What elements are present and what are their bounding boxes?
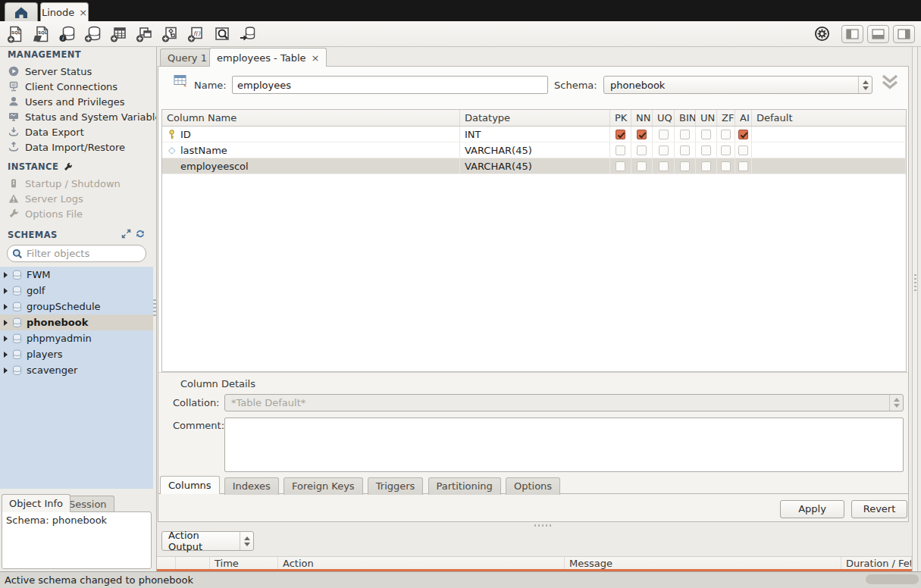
expander-icon[interactable] xyxy=(4,336,8,342)
column-datatype[interactable]: VARCHAR(45) xyxy=(460,158,610,174)
connection-tab[interactable]: Linode × xyxy=(40,2,89,21)
un-checkbox[interactable] xyxy=(701,130,711,139)
header-uq[interactable]: UQ xyxy=(653,110,675,126)
output-header-duration[interactable]: Duration / Fetch xyxy=(841,557,912,569)
collapse-header-chevron-icon[interactable] xyxy=(880,73,900,93)
stepper-icon[interactable] xyxy=(240,532,253,550)
tab-foreign-keys[interactable]: Foreign Keys xyxy=(284,477,363,495)
open-sql-script-icon[interactable]: SQL xyxy=(32,24,52,44)
table-name-input[interactable] xyxy=(232,76,548,94)
header-nn[interactable]: NN xyxy=(631,110,653,126)
tab-options[interactable]: Options xyxy=(506,477,560,495)
toggle-right-panel-button[interactable] xyxy=(893,25,915,43)
nn-checkbox[interactable] xyxy=(637,145,647,155)
header-ai[interactable]: AI xyxy=(735,110,752,126)
create-schema-icon[interactable] xyxy=(83,24,103,44)
ai-checkbox[interactable] xyxy=(738,130,748,139)
output-header-time[interactable]: Time xyxy=(210,557,278,569)
zf-checkbox[interactable] xyxy=(721,145,731,155)
un-checkbox[interactable] xyxy=(701,161,711,171)
bin-checkbox[interactable] xyxy=(680,145,690,155)
sidebar-splitter[interactable] xyxy=(153,299,156,316)
column-row-lastname[interactable]: ◇ lastName VARCHAR(45) xyxy=(162,142,906,158)
revert-button[interactable]: Revert xyxy=(851,500,907,518)
nn-checkbox[interactable] xyxy=(637,161,647,171)
tab-partitioning[interactable]: Partitioning xyxy=(428,477,501,495)
column-default[interactable] xyxy=(752,158,906,174)
pk-checkbox[interactable] xyxy=(616,130,625,139)
pk-checkbox[interactable] xyxy=(616,145,625,155)
expander-icon[interactable] xyxy=(4,368,8,374)
horizontal-scrollbar[interactable] xyxy=(866,574,919,584)
header-datatype[interactable]: Datatype xyxy=(460,110,610,126)
tab-object-info[interactable]: Object Info xyxy=(2,494,70,512)
sidebar-item-server-status[interactable]: Server Status xyxy=(0,64,157,79)
gear-badge-icon[interactable] xyxy=(812,24,832,44)
home-tab[interactable] xyxy=(5,2,38,21)
sidebar-item-server-logs[interactable]: Server Logs xyxy=(0,191,157,206)
schema-select[interactable]: phonebook xyxy=(603,76,872,94)
tab-employees-table[interactable]: employees - Table × xyxy=(209,48,327,67)
sidebar-item-data-import[interactable]: Data Import/Restore xyxy=(0,139,157,155)
create-procedure-icon[interactable] xyxy=(161,24,180,44)
schema-row-scavenger[interactable]: scavenger xyxy=(0,362,153,378)
expander-icon[interactable] xyxy=(4,288,8,294)
collation-select[interactable]: *Table Default* xyxy=(224,394,904,411)
header-zf[interactable]: ZF xyxy=(717,110,735,126)
toggle-left-panel-button[interactable] xyxy=(841,25,863,43)
ai-checkbox[interactable] xyxy=(738,161,748,171)
sidebar-item-status-system-variables[interactable]: Status and System Variables xyxy=(0,109,157,124)
expander-icon[interactable] xyxy=(4,304,8,310)
pk-checkbox[interactable] xyxy=(616,161,625,171)
sidebar-item-startup-shutdown[interactable]: Startup / Shutdown xyxy=(0,176,157,191)
un-checkbox[interactable] xyxy=(701,145,711,155)
ai-checkbox[interactable] xyxy=(738,145,748,155)
zf-checkbox[interactable] xyxy=(721,130,731,139)
schema-row-fwm[interactable]: FWM xyxy=(0,267,153,283)
column-default[interactable] xyxy=(752,127,906,142)
zf-checkbox[interactable] xyxy=(721,161,731,171)
output-header-action[interactable]: Action xyxy=(278,557,565,569)
schema-row-phpmyadmin[interactable]: phpmyadmin xyxy=(0,330,153,346)
create-view-icon[interactable] xyxy=(135,24,155,44)
schema-row-players[interactable]: players xyxy=(0,346,153,362)
apply-button[interactable]: Apply xyxy=(780,500,844,518)
new-sql-tab-icon[interactable]: SQL xyxy=(6,24,26,44)
expander-icon[interactable] xyxy=(4,272,8,278)
column-datatype[interactable]: VARCHAR(45) xyxy=(460,142,610,158)
schema-row-golf[interactable]: golf xyxy=(0,283,153,299)
column-row-id[interactable]: ID INT xyxy=(162,127,906,142)
schema-inspector-icon[interactable]: i xyxy=(58,24,77,44)
create-table-icon[interactable] xyxy=(109,24,129,44)
close-icon[interactable]: × xyxy=(312,52,320,64)
bin-checkbox[interactable] xyxy=(680,130,690,139)
close-icon[interactable]: × xyxy=(79,7,87,18)
header-bin[interactable]: BIN xyxy=(675,110,696,126)
header-un[interactable]: UN xyxy=(696,110,717,126)
sidebar-item-users-privileges[interactable]: Users and Privileges xyxy=(0,94,157,109)
column-datatype[interactable]: INT xyxy=(460,127,610,142)
schema-row-groupschedule[interactable]: groupSchedule xyxy=(0,299,153,314)
tab-triggers[interactable]: Triggers xyxy=(368,477,424,495)
header-column-name[interactable]: Column Name xyxy=(162,110,460,126)
header-pk[interactable]: PK xyxy=(610,110,631,126)
search-data-icon[interactable] xyxy=(212,24,232,44)
output-header-message[interactable]: Message xyxy=(565,557,841,569)
tab-indexes[interactable]: Indexes xyxy=(224,477,279,495)
right-panel-splitter[interactable] xyxy=(912,47,918,571)
uq-checkbox[interactable] xyxy=(659,161,669,171)
comment-textarea[interactable] xyxy=(224,418,904,472)
uq-checkbox[interactable] xyxy=(659,145,669,155)
column-default[interactable] xyxy=(752,142,906,158)
nn-checkbox[interactable] xyxy=(637,130,647,139)
header-default[interactable]: Default xyxy=(752,110,906,126)
toggle-bottom-panel-button[interactable] xyxy=(867,25,889,43)
schema-row-phonebook[interactable]: phonebook xyxy=(0,314,153,330)
expand-schemas-icon[interactable] xyxy=(121,229,131,241)
tab-columns[interactable]: Columns xyxy=(160,476,220,494)
bin-checkbox[interactable] xyxy=(680,161,690,171)
reconnect-dbms-icon[interactable] xyxy=(238,24,258,44)
output-splitter[interactable] xyxy=(157,522,912,529)
sidebar-item-data-export[interactable]: Data Export xyxy=(0,124,157,139)
column-row-employeescol[interactable]: employeescol VARCHAR(45) xyxy=(162,158,906,174)
